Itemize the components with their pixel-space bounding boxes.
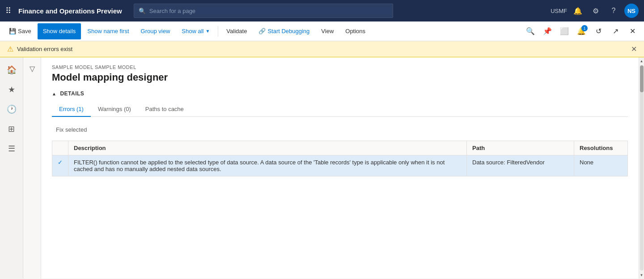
details-tabs: Errors (1) Warnings (0) Paths to cache — [52, 102, 628, 117]
expand-button[interactable]: ⬜ — [556, 23, 572, 39]
show-details-button[interactable]: Show details — [38, 23, 81, 39]
search-input[interactable] — [149, 8, 388, 14]
open-external-button[interactable]: ↗ — [607, 23, 623, 39]
row-resolutions-cell: None — [574, 155, 628, 176]
filter-panel: ▽ — [23, 57, 41, 279]
sidebar-home-icon[interactable]: 🏠 — [3, 61, 21, 79]
table-header-resolutions[interactable]: Resolutions — [574, 141, 628, 155]
sidebar-list-icon[interactable]: ☰ — [3, 140, 21, 158]
table-header-path[interactable]: Path — [467, 141, 574, 155]
toolbar-divider — [218, 26, 218, 37]
toolbar: 💾 Save Show details Show name first Grou… — [0, 21, 644, 41]
page-title: Model mapping designer — [52, 72, 628, 83]
row-description-cell: FILTER() function cannot be applied to t… — [68, 155, 467, 176]
sidebar-workspaces-icon[interactable]: ⊞ — [3, 120, 21, 138]
save-icon: 💾 — [9, 28, 16, 34]
warning-icon: ⚠ — [7, 45, 13, 53]
table-header-check — [52, 141, 68, 155]
view-button[interactable]: View — [316, 23, 339, 39]
refresh-button[interactable]: ↺ — [590, 23, 606, 39]
top-nav-right: USMF 🔔 ⚙ ? NS — [551, 4, 639, 18]
table-row[interactable]: ✓ FILTER() function cannot be applied to… — [52, 155, 628, 176]
start-debugging-button[interactable]: 🔗 Start Debugging — [253, 23, 315, 39]
search-bar[interactable]: 🔍 — [134, 4, 393, 18]
tab-paths-to-cache[interactable]: Paths to cache — [138, 102, 191, 117]
scroll-track[interactable] — [640, 65, 644, 270]
show-name-first-button[interactable]: Show name first — [82, 23, 134, 39]
right-scrollbar[interactable]: ▲ ▼ — [639, 57, 644, 279]
save-button[interactable]: 💾 Save — [4, 23, 37, 39]
checkbox-icon: ✓ — [58, 159, 63, 166]
validate-button[interactable]: Validate — [221, 23, 252, 39]
row-checkbox-cell[interactable]: ✓ — [52, 155, 68, 176]
help-button[interactable]: ? — [606, 4, 621, 18]
sidebar-recent-icon[interactable]: 🕐 — [3, 100, 21, 118]
fix-selected-button[interactable]: Fix selected — [52, 124, 91, 135]
filter-icon[interactable]: ▽ — [30, 64, 35, 73]
search-toolbar-button[interactable]: 🔍 — [522, 23, 538, 39]
breadcrumb: SAMPLE MODEL SAMPLE MODEL — [52, 64, 628, 70]
notification-bell-button[interactable]: 🔔 — [571, 4, 585, 18]
user-label: USMF — [551, 8, 567, 14]
options-button[interactable]: Options — [340, 23, 371, 39]
scroll-down-arrow[interactable]: ▼ — [639, 271, 644, 279]
errors-table: Description Path Resolutions ✓ F — [52, 141, 628, 176]
scroll-thumb[interactable] — [640, 65, 644, 92]
row-path-cell: Data source: FilteredVendor — [467, 155, 574, 176]
notification-close-button[interactable]: ✕ — [631, 45, 637, 53]
main-layout: 🏠 ★ 🕐 ⊞ ☰ ▽ SAMPLE MODEL SAMPLE MODEL Mo… — [0, 57, 644, 279]
tab-warnings[interactable]: Warnings (0) — [91, 102, 138, 117]
notification-bar: ⚠ Validation errors exist ✕ — [0, 41, 644, 57]
left-sidebar: 🏠 ★ 🕐 ⊞ ☰ — [0, 57, 23, 279]
tab-errors[interactable]: Errors (1) — [52, 102, 91, 117]
show-all-button[interactable]: Show all ▼ — [176, 23, 215, 39]
search-icon: 🔍 — [139, 8, 146, 14]
debug-icon: 🔗 — [258, 28, 266, 34]
app-title: Finance and Operations Preview — [18, 7, 122, 15]
close-button[interactable]: ✕ — [624, 23, 640, 39]
scroll-up-arrow[interactable]: ▲ — [639, 57, 644, 64]
notification-count-button[interactable]: 🔔1 — [573, 23, 589, 39]
avatar[interactable]: NS — [624, 4, 639, 18]
details-section-header: ▲ DETAILS — [52, 90, 628, 97]
content-area: SAMPLE MODEL SAMPLE MODEL Model mapping … — [41, 57, 639, 279]
group-view-button[interactable]: Group view — [136, 23, 176, 39]
pin-button[interactable]: 📌 — [539, 23, 555, 39]
table-header-description[interactable]: Description — [68, 141, 467, 155]
notification-message: Validation errors exist — [17, 46, 72, 52]
top-nav-bar: ⠿ Finance and Operations Preview 🔍 USMF … — [0, 0, 644, 21]
settings-button[interactable]: ⚙ — [589, 4, 603, 18]
grid-icon[interactable]: ⠿ — [5, 6, 11, 16]
collapse-arrow-icon[interactable]: ▲ — [52, 91, 56, 96]
chevron-down-icon: ▼ — [205, 29, 210, 34]
sidebar-favorites-icon[interactable]: ★ — [3, 81, 21, 99]
